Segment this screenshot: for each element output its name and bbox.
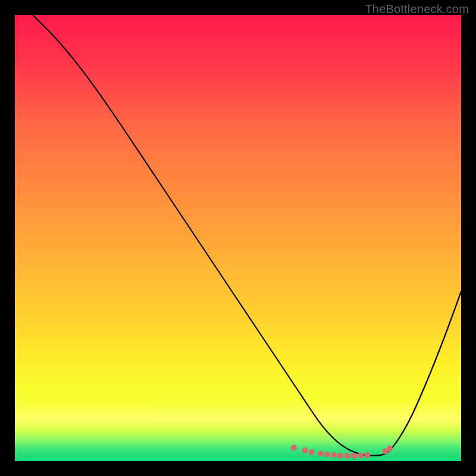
chart-background [15,15,461,461]
marker-dot [387,446,393,452]
marker-dot [338,453,344,459]
chart-stage: TheBottleneck.com [0,0,476,476]
marker-dot [302,447,308,453]
watermark-text: TheBottleneck.com [365,2,469,16]
marker-dot [291,445,297,451]
chart-plot-area [15,15,461,461]
marker-dot [309,449,315,455]
marker-dot [331,452,337,458]
marker-dot [318,450,324,456]
marker-dot [351,453,357,459]
marker-dot [365,452,371,458]
chart-svg [15,15,461,461]
marker-dot [324,452,330,458]
marker-dot [345,453,350,459]
marker-dot [358,453,364,459]
